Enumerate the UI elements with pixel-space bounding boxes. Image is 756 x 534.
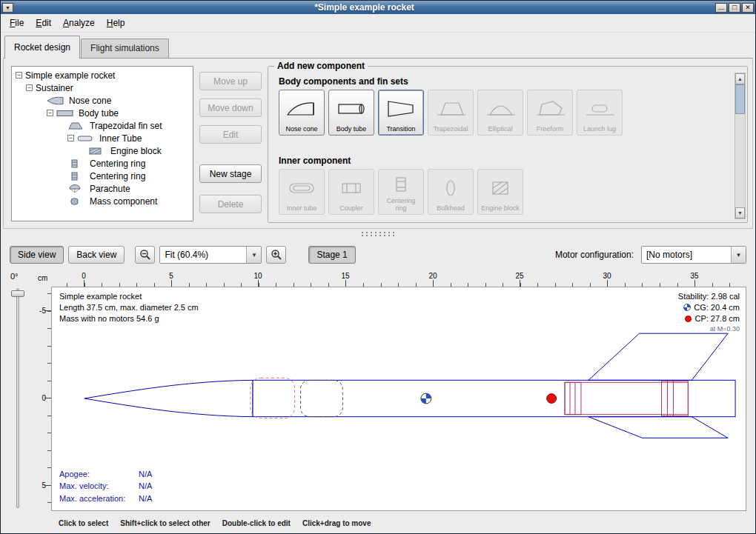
add-trapezoidal-fin-button[interactable]: Trapezoidal [428,90,474,136]
centering-ring-icon [67,159,87,168]
zoom-out-button[interactable] [135,246,155,264]
add-nose-cone-button[interactable]: Nose cone [279,90,325,136]
tree-item-nose-cone[interactable]: Nose cone [13,94,191,107]
rotation-slider[interactable] [16,288,19,508]
rotation-slider-thumb[interactable] [11,290,24,297]
minimize-button[interactable] [715,3,727,13]
tree-item-centering-ring-2[interactable]: Centering ring [13,170,191,182]
tree-item-label: Centering ring [90,171,145,181]
tree-item-body-tube[interactable]: Body tube [13,107,191,119]
ruler-number: 35 [690,272,698,280]
tree-item-parachute[interactable]: Parachute [13,182,191,195]
body-tube-icon [56,109,76,118]
ruler-number: 5 [169,272,173,280]
add-component-group: Add new component Body components and fi… [268,66,748,223]
apogee-value: N/A [139,468,152,481]
zoom-level-select[interactable]: Fit (60.4%) [159,246,262,264]
window-menu-icon[interactable] [2,3,13,13]
app-window: *Simple example rocket File Edit Analyze… [0,0,756,534]
nose-cone-icon [47,96,66,105]
tree-item-engine-block[interactable]: Engine block [13,144,191,157]
component-scrollbar[interactable] [735,73,746,219]
rocket-info: Simple example rocket Length 37.5 cm, ma… [59,291,199,324]
body-component-buttons: Nose cone Body tube Transition Trapezoid… [279,90,623,136]
chevron-down-icon[interactable] [731,247,746,263]
hint-click-drag: Click+drag to move [302,519,371,527]
move-down-button[interactable]: Move down [199,99,262,117]
bulkhead-icon [434,173,467,204]
tree-item-sustainer[interactable]: Sustainer [13,81,191,94]
back-view-button[interactable]: Back view [68,246,125,264]
maximize-button[interactable] [729,3,740,13]
cp-marker-icon [685,316,692,322]
chevron-down-icon[interactable] [246,247,261,263]
tree-item-label: Sustainer [36,83,73,93]
ruler-unit-label: cm [38,274,47,282]
scrollbar-thumb[interactable] [735,84,745,114]
rocket-mass: Mass with no motors 54.6 g [59,313,199,324]
view-toolbar: Side view Back view Fit (60.4%) Stage 1 … [1,242,755,267]
tree-collapse-icon[interactable] [47,110,53,116]
side-view-button[interactable]: Side view [10,246,64,264]
ruler-number: 30 [603,272,611,280]
menu-analyze[interactable]: Analyze [57,15,101,31]
add-body-tube-button[interactable]: Body tube [328,90,374,136]
add-engine-block-button[interactable]: Engine block [477,169,523,215]
stage-1-toggle[interactable]: Stage 1 [308,246,355,264]
coupler-icon [335,173,368,204]
tab-flight-simulations[interactable]: Flight simulations [81,39,169,58]
tree-item-fin-set[interactable]: Trapezoidal fin set [13,119,191,132]
fin-set-icon [67,121,87,130]
add-transition-button[interactable]: Transition [378,90,424,136]
tree-item-rocket[interactable]: Simple example rocket [13,69,191,81]
tree-item-mass-component[interactable]: Mass component [13,195,191,207]
cg-value: CG: 20.4 cm [694,302,740,313]
inner-component-label: Inner component [279,156,351,166]
tab-rocket-design[interactable]: Rocket design [4,36,80,59]
add-launch-lug-button[interactable]: Launch lug [577,90,623,136]
tree-item-inner-tube[interactable]: Inner Tube [13,132,191,144]
scroll-down-icon[interactable] [735,207,745,218]
rotation-angle-label: 0° [10,272,19,281]
move-up-button[interactable]: Move up [199,72,262,90]
ruler-number: 0 [82,272,86,280]
panel-splitter[interactable] [1,230,755,238]
tree-item-centering-ring-1[interactable]: Centering ring [13,157,191,170]
close-button[interactable] [742,3,754,13]
zoom-in-button[interactable] [266,246,286,264]
cg-marker-icon [683,304,691,311]
rocket-view-canvas[interactable]: Simple example rocket Length 37.5 cm, ma… [51,287,746,511]
mach-condition: at M=0.30 [710,324,740,333]
component-tree[interactable]: Simple example rocket Sustainer Nose con… [11,66,193,221]
menu-file[interactable]: File [4,15,30,31]
launch-lug-icon [583,93,616,125]
body-components-label: Body components and fin sets [279,76,408,87]
stability-value: Stability: 2.98 cal [678,291,740,302]
engine-block-icon [88,147,107,156]
add-bulkhead-button[interactable]: Bulkhead [428,169,474,215]
title-bar: *Simple example rocket [1,1,755,14]
new-stage-button[interactable]: New stage [199,164,262,183]
add-freeform-fin-button[interactable]: Freeform [527,90,573,136]
tree-collapse-icon[interactable] [67,135,74,141]
add-elliptical-fin-button[interactable]: Elliptical [477,90,523,136]
inner-tube-icon [285,173,318,204]
tree-item-label: Inner Tube [99,133,142,144]
menu-help[interactable]: Help [101,15,131,31]
add-inner-tube-button[interactable]: Inner tube [279,169,325,215]
inner-tube-icon [77,134,96,143]
tree-collapse-icon[interactable] [26,84,33,91]
magnifier-plus-icon [271,249,282,261]
transition-icon [385,93,417,125]
delete-button[interactable]: Delete [199,195,262,213]
cp-value: CP: 27.8 cm [694,313,740,324]
menu-edit[interactable]: Edit [30,15,57,31]
tree-item-label: Mass component [90,196,157,207]
edit-button[interactable]: Edit [199,125,262,144]
add-centering-ring-button[interactable]: Centering ring [378,169,424,215]
add-coupler-button[interactable]: Coupler [328,169,374,215]
engine-block-icon [484,173,517,204]
motor-configuration-select[interactable]: [No motors] [641,246,746,264]
scroll-up-icon[interactable] [735,73,745,84]
tree-collapse-icon[interactable] [16,72,22,79]
